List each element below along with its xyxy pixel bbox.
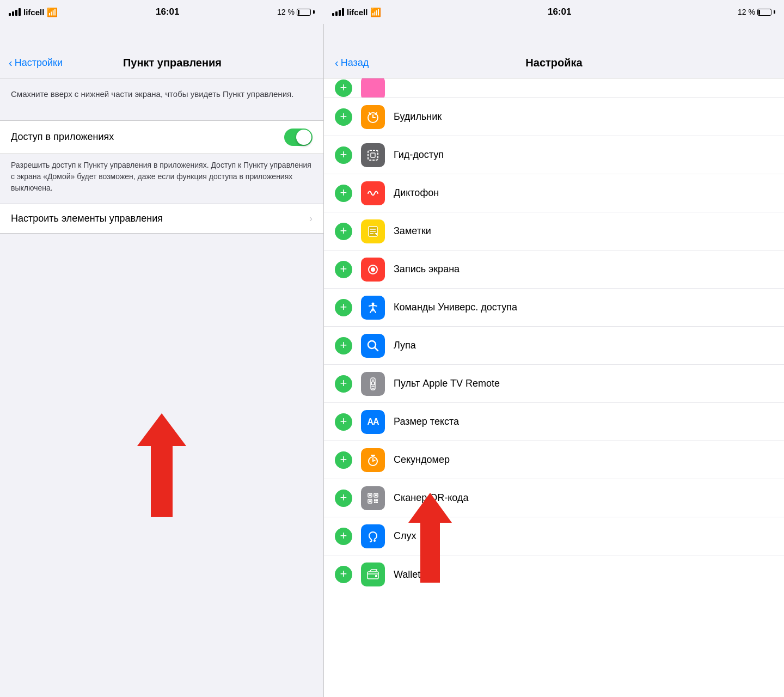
left-navbar: ‹ Настройки Пункт управления — [0, 48, 323, 78]
configure-row[interactable]: Настроить элементы управления › — [0, 204, 323, 233]
right-navbar: ‹ Назад Настройка — [324, 48, 784, 78]
add-button-alarm[interactable]: + — [335, 108, 352, 126]
app-icon-magnifier — [361, 334, 385, 358]
right-time: 16:01 — [548, 7, 571, 17]
svg-rect-34 — [376, 499, 378, 501]
red-arrow-up-left — [137, 413, 186, 517]
right-carrier-name: lifcell — [347, 8, 367, 17]
item-label-screenrecord: Запись экрана — [394, 264, 773, 275]
add-button-hearing[interactable]: + — [335, 528, 352, 545]
add-button-voice[interactable]: + — [335, 185, 352, 202]
wifi-icon-right: 📶 — [370, 7, 381, 17]
toggle-row[interactable]: Доступ в приложениях — [0, 121, 323, 154]
item-label-magnifier: Лупа — [394, 340, 773, 351]
add-icon-textsize: + — [340, 415, 347, 427]
configure-block: Настроить элементы управления › — [0, 204, 323, 234]
list-item-voice-memos[interactable]: + Диктофон — [324, 174, 784, 212]
list-item-hearing[interactable]: + Слух — [324, 517, 784, 555]
item-label-guided: Гид-доступ — [394, 149, 773, 161]
add-icon-notes: + — [340, 225, 347, 237]
app-icon-guided — [361, 143, 385, 167]
right-battery: 12 % — [738, 8, 775, 16]
add-button-notes[interactable]: + — [335, 223, 352, 240]
item-label-voice: Диктофон — [394, 187, 773, 199]
arrow-shaft-left — [151, 446, 173, 517]
add-icon-partial: + — [340, 82, 347, 94]
add-icon-hearing: + — [340, 530, 347, 542]
left-nav-title: Пункт управления — [63, 57, 282, 69]
arrow-shaft-right — [420, 523, 440, 583]
item-label-notes: Заметки — [394, 225, 773, 237]
back-button-left[interactable]: ‹ Настройки — [9, 57, 63, 69]
svg-rect-31 — [375, 494, 377, 496]
arrow-head-left — [137, 413, 186, 446]
app-icon-appletv — [361, 372, 385, 396]
list-item-qr[interactable]: + Сканер QR-к — [324, 479, 784, 517]
toggle-knob — [296, 130, 311, 145]
add-button-magnifier[interactable]: + — [335, 337, 352, 354]
app-icon-notes — [361, 219, 385, 243]
list-item-screen-record[interactable]: + Запись экрана — [324, 250, 784, 289]
add-button-wallet[interactable]: + — [335, 566, 352, 583]
app-icon-stopwatch — [361, 448, 385, 472]
svg-rect-18 — [372, 380, 374, 381]
arrow-annotation-left — [0, 234, 323, 698]
left-status-bar: lifcell 📶 16:01 12 % — [0, 0, 323, 24]
add-button-stopwatch[interactable]: + — [335, 451, 352, 469]
signal-bars-left — [9, 8, 21, 16]
add-icon-alarm: + — [340, 111, 347, 123]
right-status-bar: lifcell 📶 16:01 12 % — [323, 0, 784, 24]
add-button-guided[interactable]: + — [335, 146, 352, 164]
svg-rect-33 — [374, 499, 376, 501]
add-button-appletv[interactable]: + — [335, 375, 352, 393]
description-block: Смахните вверх с нижней части экрана, чт… — [0, 78, 323, 111]
add-icon-stopwatch: + — [340, 454, 347, 466]
access-toggle[interactable] — [284, 129, 313, 146]
list-item-textsize[interactable]: + AA Размер текста — [324, 403, 784, 441]
add-button-partial[interactable]: + — [335, 80, 352, 97]
toggle-section: Доступ в приложениях — [0, 120, 323, 154]
list-item-alarm[interactable]: + Будильник — [324, 98, 784, 136]
left-panel: lifcell 📶 16:01 12 % ‹ Настройки Пункт у… — [0, 0, 323, 697]
left-battery: 12 % — [277, 8, 315, 16]
list-item-appletv[interactable]: + Пульт Apple TV Remote — [324, 365, 784, 403]
add-button-qr[interactable]: + — [335, 490, 352, 507]
arrow-annotation-right — [408, 493, 452, 583]
right-panel: lifcell 📶 16:01 12 % ‹ Назад Настройка — [323, 0, 784, 697]
list-item-notes[interactable]: + Заметки — [324, 212, 784, 250]
add-button-textsize[interactable]: + — [335, 413, 352, 431]
description-text: Смахните вверх с нижней части экрана, чт… — [11, 88, 313, 101]
svg-rect-32 — [369, 500, 371, 502]
add-icon-guided: + — [340, 149, 347, 161]
list-item-magnifier[interactable]: + Лупа — [324, 327, 784, 365]
add-button-accessibility[interactable]: + — [335, 299, 352, 316]
add-button-screenrecord[interactable]: + — [335, 261, 352, 278]
list-item-wallet[interactable]: + Wallet — [324, 555, 784, 594]
svg-rect-5 — [368, 150, 378, 160]
svg-rect-6 — [371, 153, 375, 157]
item-label-stopwatch: Секундомер — [394, 454, 773, 466]
configure-label: Настроить элементы управления — [11, 213, 163, 224]
item-label-alarm: Будильник — [394, 111, 773, 123]
back-button-right[interactable]: ‹ Назад — [335, 57, 400, 69]
add-icon-magnifier: + — [340, 339, 347, 351]
svg-rect-39 — [375, 575, 377, 577]
list-item-stopwatch[interactable]: + Секундомер — [324, 441, 784, 479]
add-icon-voice: + — [340, 187, 347, 199]
app-icon-textsize: AA — [361, 410, 385, 434]
list-item-guided-access[interactable]: + Гид-доступ — [324, 136, 784, 174]
svg-line-16 — [375, 347, 378, 351]
svg-rect-30 — [369, 494, 371, 496]
svg-point-13 — [371, 267, 375, 272]
app-icon-wallet — [361, 563, 385, 586]
add-icon-qr: + — [340, 492, 347, 504]
app-icon-hearing — [361, 524, 385, 548]
svg-rect-36 — [376, 502, 378, 503]
list-item-accessibility[interactable]: + Команды Универс. доступа — [324, 289, 784, 327]
chevron-right-icon: › — [309, 213, 313, 224]
add-icon-appletv: + — [340, 377, 347, 389]
wifi-icon-left: 📶 — [47, 7, 58, 17]
list-item-partial[interactable]: + — [324, 78, 784, 98]
app-icon-alarm — [361, 105, 385, 129]
access-description: Разрешить доступ к Пункту управления в п… — [0, 154, 323, 204]
